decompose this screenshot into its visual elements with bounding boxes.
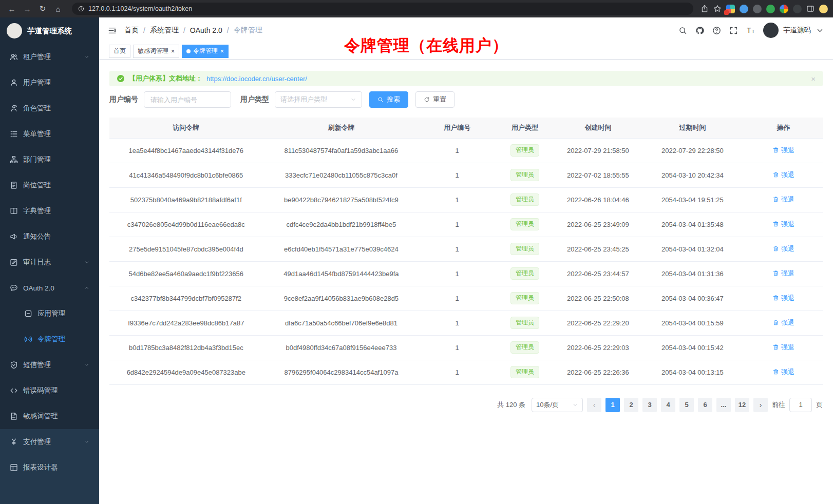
sidebar-subitem-signal[interactable]: 令牌管理 <box>0 326 99 352</box>
force-logout-button[interactable]: 强退 <box>772 318 794 327</box>
force-logout-button[interactable]: 强退 <box>772 195 794 204</box>
sidebar-item-list[interactable]: 菜单管理 <box>0 121 99 147</box>
sidebar-subitem-app[interactable]: 应用管理 <box>0 301 99 326</box>
split-view-icon[interactable] <box>806 5 815 13</box>
user-type-cell: 管理员 <box>495 187 555 212</box>
site-info-icon[interactable] <box>78 6 84 12</box>
code-icon <box>10 386 18 395</box>
sidebar-item-label: 岗位管理 <box>23 181 51 190</box>
browser-home-button[interactable]: ⌂ <box>51 2 65 15</box>
trash-icon <box>772 171 779 178</box>
refresh-token-cell: 49d1aa46d1454fbd87591444423be9fa <box>263 261 420 286</box>
page-button[interactable]: 1 <box>605 398 620 412</box>
sidebar-item-edit[interactable]: 审计日志 <box>0 249 99 275</box>
sidebar-item-megaphone[interactable]: 通知公告 <box>0 224 99 249</box>
page-button[interactable]: 4 <box>661 398 675 412</box>
force-logout-button[interactable]: 强退 <box>772 269 794 278</box>
signal-icon <box>24 335 32 343</box>
sidebar-item-user[interactable]: 用户管理 <box>0 70 99 95</box>
app-title: 芋道管理系统 <box>27 26 72 36</box>
alert-close-icon[interactable]: × <box>811 74 816 83</box>
search-button[interactable]: 搜索 <box>369 91 408 108</box>
font-size-icon[interactable]: TT <box>746 26 755 35</box>
browser-back-button[interactable]: ← <box>5 2 18 15</box>
browser-reload-button[interactable]: ↻ <box>36 2 49 15</box>
extension-pixel-icon[interactable] <box>726 5 735 13</box>
sidebar-item-code[interactable]: 错误码管理 <box>0 378 99 403</box>
github-icon[interactable] <box>695 26 704 35</box>
sidebar-item-book[interactable]: 字典管理 <box>0 198 99 224</box>
tab-close-icon[interactable]: × <box>220 48 224 54</box>
refresh-token-cell: be90422b8c7946218275a508bf524fc9 <box>263 187 420 212</box>
reset-button[interactable]: 重置 <box>415 91 455 108</box>
sidebar-item-label: 应用管理 <box>37 309 65 318</box>
extension-dark2-icon[interactable] <box>793 5 802 13</box>
browser-profile-avatar[interactable] <box>819 5 828 13</box>
prev-page-button[interactable]: ‹ <box>587 398 601 412</box>
alert-doc-link[interactable]: https://doc.iocoder.cn/user-center/ <box>206 75 307 83</box>
sidebar-item-shield[interactable]: 短信管理 <box>0 352 99 378</box>
browser-forward-button[interactable]: → <box>21 2 34 15</box>
sidebar-item-doc[interactable]: 敏感词管理 <box>0 403 99 429</box>
tab-close-icon[interactable]: × <box>171 48 175 54</box>
extension-dark-icon[interactable] <box>753 5 762 13</box>
sidebar-item-label: 租户管理 <box>23 52 51 62</box>
sidebar-item-badge[interactable]: 岗位管理 <box>0 172 99 198</box>
more-pages-button[interactable]: ... <box>716 398 731 412</box>
force-logout-button[interactable]: 强退 <box>772 170 794 180</box>
extension-pinwheel-icon[interactable] <box>780 5 788 13</box>
page-button[interactable]: 12 <box>735 398 749 412</box>
page-button[interactable]: 2 <box>624 398 638 412</box>
sidebar-item-chat[interactable]: OAuth 2.0 <box>0 275 99 301</box>
table-row: c342377bf8b344799dcbf7bf095287f2 9ce8ef2… <box>109 286 823 311</box>
sidebar-item-users[interactable]: 租户管理 <box>0 44 99 70</box>
user-type-badge: 管理员 <box>510 193 539 206</box>
force-logout-button[interactable]: 强退 <box>772 220 794 229</box>
tab-item[interactable]: 令牌管理× <box>182 45 229 58</box>
sidebar-item-tree[interactable]: 部门管理 <box>0 147 99 172</box>
user-id-cell: 1 <box>420 237 495 261</box>
user-type-badge: 管理员 <box>510 317 539 329</box>
bookmark-star-icon[interactable] <box>713 5 722 13</box>
address-bar[interactable]: 127.0.0.1:1024/system/oauth2/token <box>72 3 693 15</box>
breadcrumb-item[interactable]: OAuth 2.0 <box>190 26 222 34</box>
expire-time-cell: 2054-03-04 00:13:15 <box>641 360 744 384</box>
user-menu[interactable]: 芋道源码 <box>763 23 824 38</box>
global-search-icon[interactable] <box>678 26 687 35</box>
force-logout-button[interactable]: 强退 <box>772 294 794 303</box>
trash-icon <box>772 270 779 277</box>
force-logout-button[interactable]: 强退 <box>772 367 794 377</box>
user-id-cell: 1 <box>420 138 495 163</box>
tab-item[interactable]: 首页 <box>109 45 130 58</box>
trash-icon <box>772 369 779 375</box>
sidebar-item-yen[interactable]: 支付管理 <box>0 429 99 455</box>
extension-blue-icon[interactable] <box>740 5 748 13</box>
share-icon[interactable] <box>701 5 709 13</box>
page-size-select[interactable]: 10条/页 <box>532 398 583 412</box>
next-page-button[interactable]: › <box>753 398 768 412</box>
page-button[interactable]: 5 <box>679 398 694 412</box>
breadcrumb-item[interactable]: 首页 <box>124 26 139 35</box>
goto-page-input[interactable] <box>789 398 812 412</box>
page-button[interactable]: 3 <box>642 398 657 412</box>
badge-icon <box>10 181 18 189</box>
force-logout-button[interactable]: 强退 <box>772 146 794 155</box>
create-time-cell: 2022-06-25 22:29:03 <box>555 335 641 360</box>
sidebar-item-role[interactable]: 角色管理 <box>0 95 99 121</box>
sidebar-item-label: 审计日志 <box>23 258 51 267</box>
force-logout-button[interactable]: 强退 <box>772 343 794 352</box>
extension-green-icon[interactable] <box>766 5 775 13</box>
collapse-sidebar-button[interactable] <box>108 26 117 35</box>
user-id-input[interactable] <box>144 91 231 108</box>
page-button[interactable]: 6 <box>698 398 712 412</box>
force-logout-button[interactable]: 强退 <box>772 244 794 254</box>
help-icon[interactable] <box>712 26 721 35</box>
breadcrumb: 首页/系统管理/OAuth 2.0/令牌管理 <box>124 26 262 35</box>
user-type-select[interactable]: 请选择用户类型 <box>275 91 362 108</box>
tab-item[interactable]: 敏感词管理× <box>133 45 179 58</box>
user-type-badge: 管理员 <box>510 267 539 280</box>
sidebar-item-report[interactable]: 报表设计器 <box>0 455 99 480</box>
breadcrumb-item[interactable]: 系统管理 <box>150 26 179 35</box>
fullscreen-icon[interactable] <box>729 26 738 35</box>
action-cell: 强退 <box>744 360 823 384</box>
